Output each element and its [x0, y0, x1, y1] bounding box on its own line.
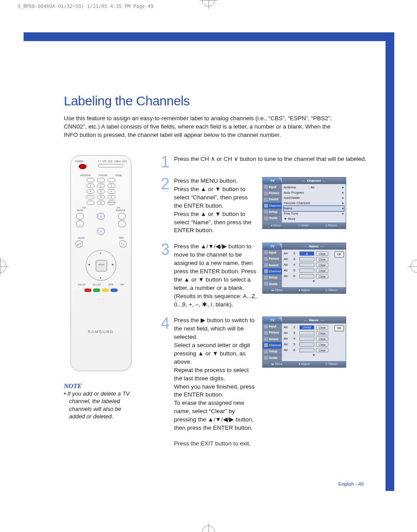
step-2: 2 Press the MENU button. Press the ▲ or … [160, 177, 377, 235]
page-title: Labeling the Channels [64, 94, 377, 108]
step-number: 1 [160, 155, 170, 169]
cropmark-left [0, 257, 9, 275]
intro-paragraph: Use this feature to assign an easy-to-re… [64, 115, 335, 139]
header-bar [24, 32, 394, 41]
step-text: Press the CH ∧ or CH ∨ button to tune to… [174, 155, 377, 169]
step-1: 1 Press the CH ∧ or CH ∨ button to tune … [160, 155, 377, 169]
remote-illustration: POWER TVSTBVCRCABLEDVD ANTENNAP.MODEMODE… [70, 155, 132, 371]
page-number: English - 49 [338, 481, 364, 487]
step-number: 2 [160, 177, 170, 235]
print-header: 3_BP68-00460A-01(32~53) 1/21/05 4:35 PM … [17, 3, 153, 9]
side-bar [386, 32, 394, 491]
cropmark-right [408, 257, 417, 275]
osd-channel-menu: TVChannel Input Picture Sound Channel Se… [262, 177, 346, 229]
cropmark-top [200, 0, 217, 9]
osd-name-menu-2: TVName Input Picture Sound Channel Setup… [262, 316, 346, 368]
step-text: Press the MENU button. Press the ▲ or ▼ … [174, 177, 257, 235]
step-number: 3 [160, 243, 170, 309]
note-body: • If you add or delete a TV channel, the… [64, 390, 138, 421]
note-heading: NOTE [64, 382, 138, 390]
step-text: Press the ▲/▼/◀/▶ button to move to the … [174, 243, 257, 309]
exit-instruction: Press the EXIT button to exit. [174, 440, 377, 447]
step-text: Press the ▶ button to switch to the next… [174, 316, 257, 432]
step-number: 4 [160, 316, 170, 432]
samsung-logo: SAMSUNG [71, 330, 131, 334]
nav-ring-icon: ▲ ▼ ◀ ▶ ENTER [86, 250, 116, 281]
page-frame: Labeling the Channels Use this feature t… [24, 32, 394, 491]
power-button-icon [79, 164, 87, 169]
step-4: 4 Press the ▶ button to switch to the ne… [160, 316, 377, 432]
step-3: 3 Press the ▲/▼/◀/▶ button to move to th… [160, 243, 377, 309]
osd-name-menu-1: TVName Input Picture Sound Channel Setup… [262, 243, 346, 294]
cropmark-bottom [200, 523, 217, 532]
enter-button-icon: ENTER [96, 260, 107, 271]
